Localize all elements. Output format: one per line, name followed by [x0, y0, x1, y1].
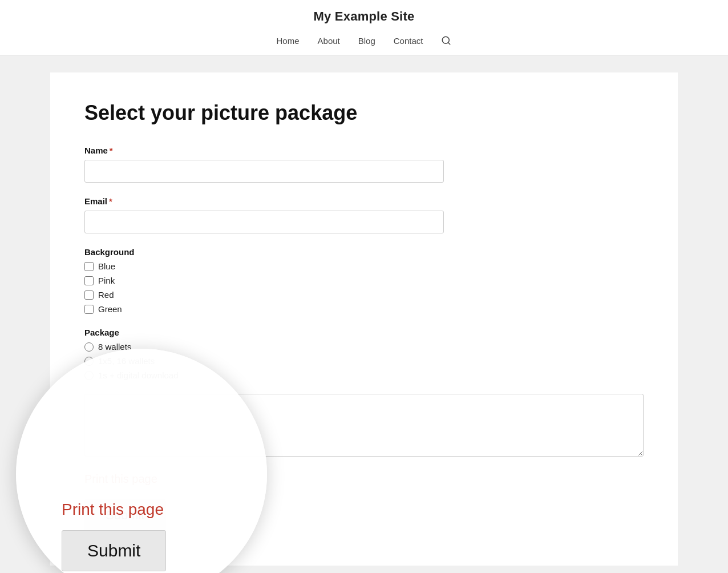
- notes-input[interactable]: [84, 394, 644, 457]
- form-card: Select your picture package Name* Email*…: [50, 72, 678, 566]
- package-group: Package 8 wallets 1x5, 16 wallets 1s + d…: [84, 328, 644, 380]
- zoom-submit-text: Submit: [62, 530, 166, 571]
- search-icon: [441, 35, 451, 46]
- page-body: Select your picture package Name* Email*…: [0, 55, 728, 573]
- main-nav: Home About Blog Contact: [0, 30, 728, 55]
- search-button[interactable]: [441, 35, 451, 46]
- nav-about[interactable]: About: [318, 36, 340, 46]
- checkbox-pink-input[interactable]: [84, 276, 94, 285]
- radio-package-1-input[interactable]: [84, 342, 94, 352]
- submit-button[interactable]: Submit: [84, 499, 165, 531]
- checkbox-blue[interactable]: Blue: [84, 261, 644, 271]
- radio-package-3-input[interactable]: [84, 371, 94, 380]
- radio-package-1[interactable]: 8 wallets: [84, 342, 644, 352]
- checkbox-red[interactable]: Red: [84, 290, 644, 300]
- radio-package-3[interactable]: 1s + digital download: [84, 370, 644, 380]
- name-input[interactable]: [84, 160, 444, 183]
- radio-package-2-input[interactable]: [84, 357, 94, 366]
- email-label: Email*: [84, 196, 644, 206]
- checkbox-green[interactable]: Green: [84, 304, 644, 314]
- zoom-magnifier: Print this page Submit: [16, 349, 267, 573]
- print-link-container: Print this page: [84, 473, 644, 499]
- nav-home[interactable]: Home: [277, 36, 300, 46]
- nav-blog[interactable]: Blog: [358, 36, 375, 46]
- name-group: Name*: [84, 146, 644, 183]
- checkbox-red-input[interactable]: [84, 290, 94, 300]
- background-checkboxes: Blue Pink Red Green: [84, 261, 644, 314]
- email-required: *: [109, 196, 112, 206]
- submit-container: Submit: [84, 499, 644, 531]
- email-group: Email*: [84, 196, 644, 233]
- site-title: My Example Site: [0, 0, 728, 30]
- site-header: My Example Site Home About Blog Contact: [0, 0, 728, 55]
- package-radios: 8 wallets 1x5, 16 wallets 1s + digital d…: [84, 342, 644, 380]
- notes-group: [84, 394, 644, 459]
- nav-contact[interactable]: Contact: [394, 36, 423, 46]
- form-title: Select your picture package: [84, 101, 644, 125]
- checkbox-blue-input[interactable]: [84, 262, 94, 271]
- checkbox-green-input[interactable]: [84, 305, 94, 314]
- radio-package-2[interactable]: 1x5, 16 wallets: [84, 356, 644, 366]
- checkbox-pink[interactable]: Pink: [84, 276, 644, 285]
- svg-line-1: [448, 42, 450, 44]
- name-required: *: [110, 146, 113, 155]
- email-input[interactable]: [84, 211, 444, 233]
- background-group: Background Blue Pink Red Green: [84, 247, 644, 314]
- name-label: Name*: [84, 146, 644, 155]
- package-label: Package: [84, 328, 644, 337]
- print-link[interactable]: Print this page: [84, 473, 157, 486]
- background-label: Background: [84, 247, 644, 257]
